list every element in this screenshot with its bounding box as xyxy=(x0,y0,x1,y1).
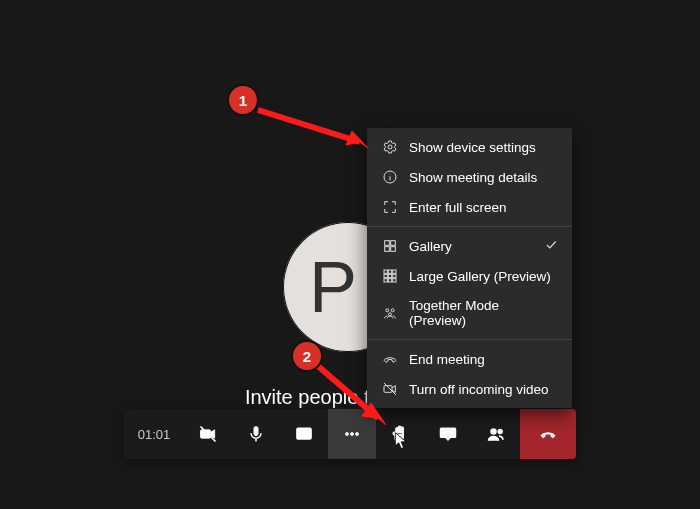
menu-gallery[interactable]: Gallery xyxy=(367,231,572,261)
fullscreen-icon xyxy=(381,199,399,215)
menu-label: Together Mode (Preview) xyxy=(409,298,558,328)
svg-rect-24 xyxy=(254,427,258,436)
svg-point-30 xyxy=(498,430,502,434)
svg-rect-16 xyxy=(393,279,396,282)
people-icon xyxy=(486,424,506,444)
menu-label: Gallery xyxy=(409,239,452,254)
microphone-icon xyxy=(246,424,266,444)
gear-icon xyxy=(381,139,399,155)
menu-show-meeting-details[interactable]: Show meeting details xyxy=(367,162,572,192)
svg-rect-13 xyxy=(393,274,396,277)
svg-rect-14 xyxy=(384,279,387,282)
menu-enter-full-screen[interactable]: Enter full screen xyxy=(367,192,572,222)
svg-point-0 xyxy=(388,145,392,149)
people-group-icon xyxy=(381,305,399,321)
menu-show-device-settings[interactable]: Show device settings xyxy=(367,132,572,162)
info-icon xyxy=(381,169,399,185)
menu-label: Enter full screen xyxy=(409,200,507,215)
svg-rect-15 xyxy=(388,279,391,282)
svg-point-19 xyxy=(389,313,392,316)
hang-up-icon xyxy=(538,424,558,444)
mic-button[interactable] xyxy=(232,409,280,459)
avatar-initial: P xyxy=(309,246,357,328)
menu-label: End meeting xyxy=(409,352,485,367)
annotation-arrow-2 xyxy=(310,358,410,438)
svg-rect-12 xyxy=(388,274,391,277)
camera-off-icon xyxy=(198,424,218,444)
svg-point-17 xyxy=(386,309,389,312)
svg-point-3 xyxy=(390,174,391,175)
svg-rect-8 xyxy=(384,270,387,273)
hang-up-button[interactable] xyxy=(520,409,576,459)
svg-point-29 xyxy=(491,429,496,434)
menu-together-mode[interactable]: Together Mode (Preview) xyxy=(367,291,572,335)
menu-large-gallery[interactable]: Large Gallery (Preview) xyxy=(367,261,572,291)
checkmark-icon xyxy=(544,238,558,255)
menu-divider xyxy=(367,339,572,340)
annotation-arrow-1 xyxy=(250,100,380,160)
grid-3x3-icon xyxy=(381,268,399,284)
menu-divider xyxy=(367,226,572,227)
participants-button[interactable] xyxy=(472,409,520,459)
annotation-badge-1: 1 xyxy=(227,84,259,116)
chat-icon xyxy=(438,424,458,444)
camera-button[interactable] xyxy=(184,409,232,459)
svg-line-31 xyxy=(258,110,360,142)
grid-2x2-icon xyxy=(381,238,399,254)
chat-button[interactable] xyxy=(424,409,472,459)
svg-rect-4 xyxy=(385,241,390,246)
svg-point-18 xyxy=(391,309,394,312)
annotation-badge-2: 2 xyxy=(291,340,323,372)
mouse-cursor-icon xyxy=(393,431,411,451)
svg-rect-9 xyxy=(388,270,391,273)
call-timer: 01:01 xyxy=(124,409,184,459)
menu-label: Show meeting details xyxy=(409,170,537,185)
svg-rect-5 xyxy=(391,241,396,246)
menu-label: Turn off incoming video xyxy=(409,382,549,397)
menu-label: Large Gallery (Preview) xyxy=(409,269,551,284)
svg-rect-7 xyxy=(391,247,396,252)
svg-rect-10 xyxy=(393,270,396,273)
svg-rect-11 xyxy=(384,274,387,277)
menu-label: Show device settings xyxy=(409,140,536,155)
svg-rect-6 xyxy=(385,247,390,252)
